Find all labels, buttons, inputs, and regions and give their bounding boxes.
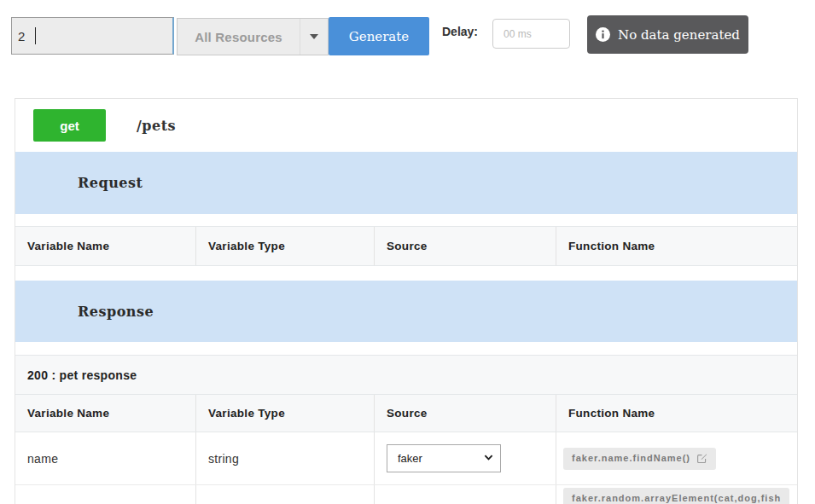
column-header-function-name: Function Name — [556, 227, 797, 265]
function-name-cell: faker.name.findName() — [556, 432, 797, 484]
generate-button[interactable]: Generate — [329, 17, 429, 55]
column-header-source: Source — [374, 227, 556, 265]
column-header-variable-type: Variable Type — [195, 395, 374, 432]
variable-name-cell: name — [15, 432, 195, 484]
request-section-title: Request — [78, 175, 143, 191]
edit-icon — [696, 453, 707, 464]
column-header-variable-type: Variable Type — [195, 227, 374, 265]
request-table-header: Variable Name Variable Type Source Funct… — [15, 226, 797, 266]
variable-type-cell: string — [195, 432, 374, 484]
delay-input[interactable] — [492, 19, 570, 49]
source-cell — [374, 485, 556, 504]
column-header-function-name: Function Name — [556, 395, 797, 432]
method-badge[interactable]: get — [33, 109, 106, 142]
table-row: name string faker faker.name.findName() — [15, 432, 797, 485]
variable-type-cell — [195, 485, 374, 504]
caret-down-icon — [310, 34, 318, 39]
count-input-wrap — [11, 17, 174, 55]
column-header-variable-name: Variable Name — [15, 227, 195, 265]
info-circle-icon — [596, 27, 610, 42]
status-badge-label: No data generated — [618, 27, 740, 43]
variable-name-cell — [15, 485, 195, 504]
text-caret — [35, 27, 36, 44]
resources-dropdown[interactable]: All Resources — [177, 18, 329, 55]
response-table-header: Variable Name Variable Type Source Funct… — [15, 395, 797, 432]
function-badge[interactable]: faker.random.arrayElement(cat,dog,fish — [563, 488, 789, 504]
response-status-row: 200 : pet response — [15, 355, 797, 395]
endpoint-panel: get /pets Request Variable Name Variable… — [15, 98, 798, 504]
response-section-title: Response — [78, 304, 154, 320]
resources-dropdown-arrow[interactable] — [300, 19, 328, 55]
function-badge-label: faker.name.findName() — [572, 453, 690, 463]
source-select[interactable]: faker — [387, 444, 501, 472]
function-name-cell: faker.random.arrayElement(cat,dog,fish — [556, 485, 797, 504]
column-header-source: Source — [374, 395, 556, 432]
resources-dropdown-label: All Resources — [178, 19, 300, 55]
function-badge-label: faker.random.arrayElement(cat,dog,fish — [572, 493, 781, 503]
source-cell: faker — [374, 432, 556, 484]
endpoint-path: /pets — [137, 118, 176, 134]
toolbar: All Resources Generate Delay: No data ge… — [0, 0, 815, 77]
column-header-variable-name: Variable Name — [15, 395, 195, 432]
endpoint-header-row[interactable]: get /pets — [15, 99, 797, 152]
function-badge[interactable]: faker.name.findName() — [563, 448, 716, 470]
source-select-wrap: faker — [387, 444, 501, 472]
response-status-label: 200 : pet response — [27, 368, 137, 382]
response-section-bar: Response — [15, 281, 797, 342]
delay-label: Delay: — [442, 25, 478, 38]
table-row: faker.random.arrayElement(cat,dog,fish — [15, 485, 797, 504]
status-badge: No data generated — [587, 15, 748, 54]
request-section-bar: Request — [15, 152, 797, 214]
